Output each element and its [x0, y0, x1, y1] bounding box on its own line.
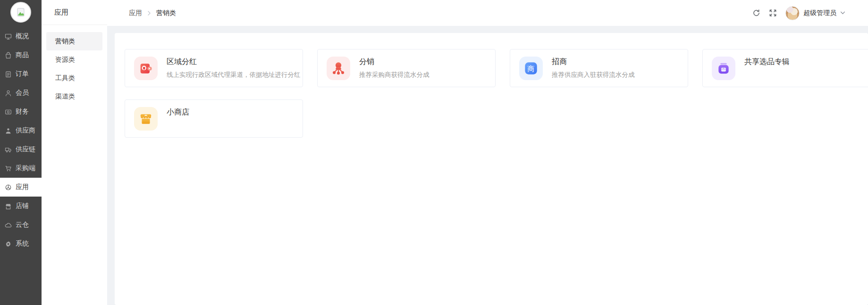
submenu-item-0[interactable]: 营销类: [46, 32, 102, 50]
app-card-text: 招商推荐供应商入驻获得流水分成: [552, 49, 635, 78]
apps-icon: [5, 184, 12, 191]
header: 应用 营销类 超级管理员: [107, 0, 868, 26]
sidebar-item-4[interactable]: 财务: [0, 102, 42, 121]
submenu-item-label: 渠道类: [55, 92, 75, 101]
secondary-sidebar-title: 应用: [42, 0, 107, 25]
sidebar-item-label: 商品: [16, 51, 29, 59]
app-card-grid: 区域分红线上实现行政区域代理渠道，依据地址进行分红分销推荐采购商获得流水分成商招…: [125, 49, 868, 138]
app-logo[interactable]: [10, 2, 31, 23]
distribution-network-icon: [327, 57, 350, 80]
app-card-text: 分销推荐采购商获得流水分成: [359, 49, 430, 78]
app-card-text: 共享选品专辑: [744, 49, 790, 66]
fullscreen-icon[interactable]: [769, 9, 777, 17]
order-list-icon: [5, 71, 12, 78]
cloud-icon: [5, 222, 12, 229]
sidebar-item-8[interactable]: 应用: [0, 178, 42, 197]
app-card-title: 共享选品专辑: [744, 58, 790, 66]
sidebar-item-label: 应用: [16, 183, 29, 191]
primary-nav: 概况商品订单会员财务供应商供应链采购端应用店铺云仓系统: [0, 27, 42, 253]
breadcrumb-item-apps[interactable]: 应用: [129, 9, 142, 17]
sidebar-item-label: 订单: [16, 70, 29, 78]
refresh-icon[interactable]: [752, 9, 760, 17]
app-card-1[interactable]: 分销推荐采购商获得流水分成: [317, 49, 496, 87]
supply-chain-icon: [5, 146, 12, 153]
system-gear-icon: [5, 240, 12, 247]
header-actions: 超级管理员: [752, 6, 845, 20]
secondary-nav: 营销类资源类工具类渠道类: [42, 25, 107, 106]
submenu-item-2[interactable]: 工具类: [46, 69, 102, 87]
app-card-desc: 推荐采购商获得流水分成: [359, 71, 430, 78]
purchase-cart-icon: [5, 165, 12, 172]
sidebar-item-label: 店铺: [16, 202, 29, 210]
app-card-title: 分销: [359, 58, 430, 66]
sidebar-item-label: 财务: [16, 107, 29, 116]
content-panel: 区域分红线上实现行政区域代理渠道，依据地址进行分红分销推荐采购商获得流水分成商招…: [115, 33, 868, 305]
image-placeholder-icon: [15, 7, 26, 18]
submenu-item-label: 工具类: [55, 74, 75, 82]
member-icon: [5, 90, 12, 97]
app-card-desc: 线上实现行政区域代理渠道，依据地址进行分红: [167, 71, 301, 78]
merchant-badge-icon: 商: [519, 57, 543, 80]
breadcrumb: 应用 营销类: [129, 9, 176, 17]
sidebar-item-3[interactable]: 会员: [0, 83, 42, 102]
submenu-item-label: 资源类: [55, 56, 75, 64]
sidebar-item-label: 云仓: [16, 221, 29, 229]
goods-bag-icon: [5, 52, 12, 59]
primary-sidebar: 概况商品订单会员财务供应商供应链采购端应用店铺云仓系统: [0, 0, 42, 305]
wallet-location-icon: [134, 57, 158, 80]
sidebar-item-1[interactable]: 商品: [0, 46, 42, 65]
app-card-desc: 推荐供应商入驻获得流水分成: [552, 71, 635, 78]
app-card-text: 小商店: [167, 100, 189, 116]
mini-store-icon: [134, 107, 158, 131]
sidebar-item-9[interactable]: 店铺: [0, 197, 42, 215]
app-card-4[interactable]: 小商店: [125, 99, 303, 138]
sidebar-item-label: 概况: [16, 32, 29, 41]
submenu-item-3[interactable]: 渠道类: [46, 87, 102, 106]
sidebar-item-label: 采购端: [16, 164, 35, 173]
app-card-0[interactable]: 区域分红线上实现行政区域代理渠道，依据地址进行分红: [125, 49, 303, 87]
sidebar-item-11[interactable]: 系统: [0, 234, 42, 253]
chevron-right-icon: [146, 10, 152, 16]
sidebar-item-7[interactable]: 采购端: [0, 159, 42, 178]
breadcrumb-item-current: 营销类: [156, 9, 176, 17]
app-card-title: 招商: [552, 58, 635, 66]
svg-text:商: 商: [527, 64, 534, 72]
sidebar-item-label: 供应商: [16, 126, 35, 135]
supplier-icon: [5, 127, 12, 134]
sidebar-item-label: 系统: [16, 239, 29, 248]
sidebar-item-label: 会员: [16, 89, 29, 97]
sidebar-item-6[interactable]: 供应链: [0, 140, 42, 159]
app-card-title: 区域分红: [167, 58, 301, 66]
app-card-text: 区域分红线上实现行政区域代理渠道，依据地址进行分红: [167, 49, 301, 78]
monitor-icon: [5, 33, 12, 40]
app-card-title: 小商店: [167, 108, 189, 116]
sidebar-item-0[interactable]: 概况: [0, 27, 42, 46]
app-card-3[interactable]: 共享选品专辑: [702, 49, 868, 87]
submenu-item-1[interactable]: 资源类: [46, 50, 102, 69]
sidebar-item-label: 供应链: [16, 145, 35, 154]
submenu-item-label: 营销类: [55, 37, 75, 46]
shop-icon: [5, 203, 12, 210]
sidebar-item-5[interactable]: 供应商: [0, 121, 42, 140]
app-card-2[interactable]: 商招商推荐供应商入驻获得流水分成: [510, 49, 688, 87]
chevron-down-icon: [840, 10, 845, 16]
sidebar-item-10[interactable]: 云仓: [0, 215, 42, 234]
shared-album-icon: [712, 57, 735, 80]
user-avatar: [785, 6, 800, 20]
user-menu[interactable]: 超级管理员: [785, 6, 845, 20]
user-name: 超级管理员: [803, 9, 836, 17]
finance-icon: [5, 108, 12, 115]
sidebar-item-2[interactable]: 订单: [0, 65, 42, 83]
secondary-sidebar: 应用 营销类资源类工具类渠道类: [42, 0, 107, 305]
